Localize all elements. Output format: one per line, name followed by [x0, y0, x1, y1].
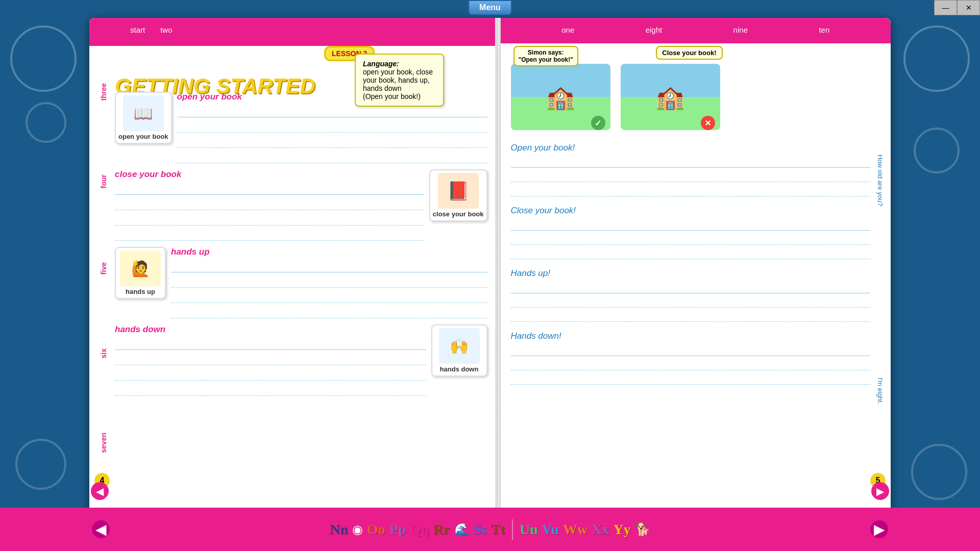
bg-deco-wheel-tr: [903, 26, 970, 92]
side-label-four: four: [100, 174, 108, 188]
bg-deco-wheel-tl: [10, 26, 77, 92]
hands-up-line-2[interactable]: [171, 273, 487, 288]
tab-nine: nine: [733, 26, 748, 34]
rw-close-label: Close your book!: [511, 206, 871, 216]
book-spine: [497, 18, 501, 536]
letter-ww[interactable]: Ww: [563, 521, 587, 538]
alphabet-next-button[interactable]: ▶: [870, 520, 888, 538]
vocab-close-book-row: close your book 📕 close your book: [115, 169, 487, 242]
letter-nn[interactable]: Nn: [330, 521, 348, 538]
alphabet-divider: [512, 519, 513, 540]
rw-open-line-1[interactable]: [511, 155, 871, 168]
rw-open-line-2[interactable]: [511, 169, 871, 182]
bg-deco-wheel-tr2: [914, 128, 960, 173]
rw-close-line-2[interactable]: [511, 232, 871, 245]
close-writing-line-2[interactable]: [115, 196, 424, 210]
letter-yy[interactable]: Yy: [614, 521, 631, 538]
side-text-how-old: How old are you?: [876, 155, 884, 206]
hands-up-line-4[interactable]: [171, 304, 487, 318]
vocab-hands-up-row: 🙋 hands up hands up: [115, 247, 487, 319]
vocab-card-hands-up[interactable]: 🙋 hands up: [115, 247, 166, 299]
rw-close-book: Close your book!: [511, 206, 871, 259]
hands-up-line-3[interactable]: [171, 289, 487, 303]
close-button[interactable]: ✕: [957, 0, 980, 15]
vocab-card-hands-down-img: 🙌: [439, 328, 480, 364]
letter-o-circle[interactable]: ◉: [352, 522, 363, 537]
right-top-tabs: one eight nine ten: [501, 26, 891, 34]
hands-up-line-1[interactable]: [171, 258, 487, 272]
letter-pp[interactable]: Pp: [389, 521, 406, 538]
simon-close-card: Close your book! 🏫 ✕: [621, 48, 723, 130]
letter-ss[interactable]: Ss: [474, 521, 487, 538]
letter-uu[interactable]: Uu: [520, 521, 538, 538]
vocab-card-close-book[interactable]: 📕 close your book: [429, 169, 487, 221]
letter-z-img[interactable]: 🐕: [635, 522, 650, 537]
letter-vu[interactable]: Vu: [542, 521, 559, 538]
rw-hands-down-line-1[interactable]: [511, 343, 871, 356]
bg-deco-wheel-tl2: [26, 102, 66, 143]
vocab-card-open-book-img: 📖: [123, 95, 164, 131]
letter-rr[interactable]: Rr: [433, 521, 450, 538]
letter-qq[interactable]: Qq: [410, 521, 429, 538]
rw-close-line-1[interactable]: [511, 217, 871, 231]
left-page: start two GETTING STARTED start LESSON 2…: [89, 18, 497, 536]
hands-down-line-2[interactable]: [115, 351, 426, 365]
simon-open-card: Simon says:"Open your book!" 🏫 ✓: [511, 48, 613, 130]
rw-open-book: Open your book!: [511, 143, 871, 196]
rw-hands-up-line-3[interactable]: [511, 309, 871, 322]
nav-next-button[interactable]: ▶: [871, 482, 889, 500]
language-content: open your book, close your book, hands u…: [363, 68, 436, 92]
book-container: start two GETTING STARTED start LESSON 2…: [89, 18, 891, 536]
right-page: one eight nine ten How old are you? I'm …: [501, 18, 891, 536]
alphabet-prev-button[interactable]: ◀: [92, 520, 110, 538]
vocab-card-hands-up-label: hands up: [118, 288, 162, 295]
nav-prev-button[interactable]: ◀: [91, 482, 109, 500]
rw-hands-up-line-1[interactable]: [511, 280, 871, 293]
language-example: (Open your book!): [363, 92, 436, 101]
side-label-five: five: [100, 262, 108, 274]
close-writing-line-1[interactable]: [115, 181, 424, 195]
rw-hands-down-line-3[interactable]: [511, 371, 871, 385]
close-writing-line-4[interactable]: [115, 227, 424, 241]
letter-tt[interactable]: Tt: [491, 521, 505, 538]
simon-close-crossmark: ✕: [701, 116, 715, 130]
letter-s-deco: 🌊: [454, 522, 470, 537]
hands-down-label: hands down: [115, 324, 426, 335]
writing-line-3[interactable]: [177, 134, 487, 148]
hands-down-line-1[interactable]: [115, 336, 426, 350]
rw-open-line-3[interactable]: [511, 183, 871, 196]
letter-xx[interactable]: Xx: [592, 521, 609, 538]
simon-open-checkmark: ✓: [591, 116, 605, 130]
hands-down-line-4[interactable]: [115, 382, 426, 396]
rw-close-line-3[interactable]: [511, 246, 871, 259]
hands-up-writing-area: hands up: [171, 247, 487, 319]
side-text-im-eight: I'm eight.: [876, 378, 884, 404]
vocab-hands-down-row: hands down 🙌 hands down: [115, 324, 487, 397]
hands-down-line-3[interactable]: [115, 366, 426, 381]
rw-open-label: Open your book!: [511, 143, 871, 153]
close-book-label: close your book: [115, 169, 424, 180]
vocab-card-open-book-label: open your book: [118, 133, 168, 140]
menu-button[interactable]: Menu: [468, 0, 512, 15]
rw-hands-down-label: Hands down!: [511, 331, 871, 341]
simon-open-bubble: Simon says:"Open your book!": [513, 46, 578, 66]
vocab-card-hands-down[interactable]: 🙌 hands down: [431, 324, 487, 377]
bg-deco-wheel-bl: [15, 439, 66, 490]
letter-oo[interactable]: Oo: [367, 521, 385, 538]
close-writing-line-3[interactable]: [115, 211, 424, 226]
vocab-card-open-book[interactable]: 📖 open your book: [115, 92, 172, 144]
left-content-area: 📖 open your book open your book close yo…: [115, 92, 487, 490]
rw-hands-up-label: Hands up!: [511, 268, 871, 279]
language-label: Language:: [363, 60, 399, 68]
tab-ten: ten: [819, 26, 829, 34]
rw-hands-down-line-2[interactable]: [511, 357, 871, 370]
tab-start: start: [130, 26, 145, 34]
window-controls: — ✕: [934, 0, 980, 15]
writing-line-2[interactable]: [177, 118, 487, 133]
right-side-labels: How old are you? I'm eight.: [874, 69, 887, 490]
vocab-card-hands-up-img: 🙋: [120, 251, 161, 286]
minimize-button[interactable]: —: [934, 0, 957, 15]
rw-hands-down: Hands down!: [511, 331, 871, 385]
writing-line-4[interactable]: [177, 149, 487, 163]
rw-hands-up-line-2[interactable]: [511, 294, 871, 308]
